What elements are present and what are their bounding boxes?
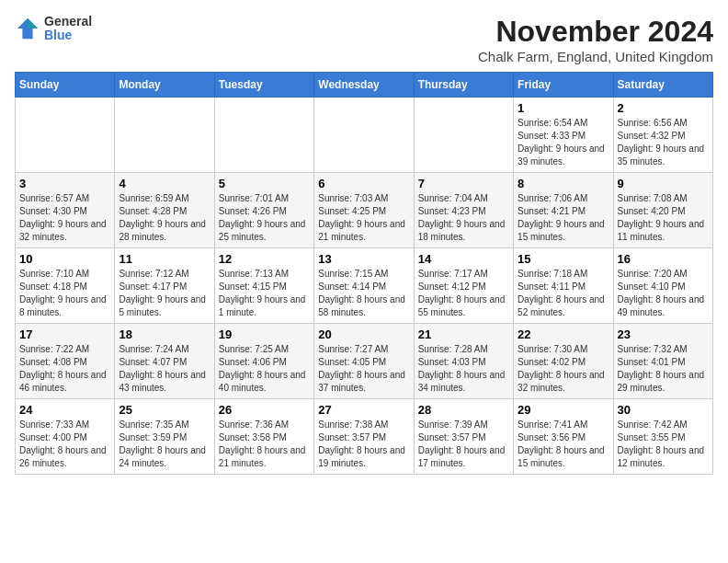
day-info: Sunrise: 7:39 AM Sunset: 3:57 PM Dayligh… [418,419,509,470]
calendar-week-2: 3Sunrise: 6:57 AM Sunset: 4:30 PM Daylig… [16,173,713,248]
day-info: Sunrise: 7:27 AM Sunset: 4:05 PM Dayligh… [318,343,409,395]
day-info: Sunrise: 7:42 AM Sunset: 3:55 PM Dayligh… [618,419,709,470]
day-number: 2 [618,101,709,115]
day-number: 8 [518,177,609,190]
day-number: 21 [418,327,509,341]
day-number: 13 [318,252,409,266]
calendar-cell: 19Sunrise: 7:25 AM Sunset: 4:06 PM Dayli… [214,324,313,399]
calendar-cell: 27Sunrise: 7:38 AM Sunset: 3:57 PM Dayli… [314,399,414,475]
day-number: 6 [318,177,409,190]
calendar-cell: 25Sunrise: 7:35 AM Sunset: 3:59 PM Dayli… [115,399,214,475]
calendar-week-3: 10Sunrise: 7:10 AM Sunset: 4:18 PM Dayli… [16,248,713,324]
day-header-wednesday: Wednesday [314,73,414,98]
calendar-cell: 16Sunrise: 7:20 AM Sunset: 4:10 PM Dayli… [613,248,712,324]
logo-icon [15,16,40,41]
day-number: 7 [418,177,509,190]
calendar-cell: 29Sunrise: 7:41 AM Sunset: 3:56 PM Dayli… [514,399,613,475]
day-info: Sunrise: 7:10 AM Sunset: 4:18 PM Dayligh… [19,268,110,319]
day-info: Sunrise: 6:54 AM Sunset: 4:33 PM Dayligh… [518,117,609,168]
calendar-cell: 24Sunrise: 7:33 AM Sunset: 4:00 PM Dayli… [16,399,115,475]
calendar-table: SundayMondayTuesdayWednesdayThursdayFrid… [15,72,713,475]
svg-marker-1 [28,18,38,29]
day-number: 11 [119,252,210,266]
day-number: 15 [518,252,609,266]
calendar-cell [414,98,513,173]
calendar-cell: 15Sunrise: 7:18 AM Sunset: 4:11 PM Dayli… [514,248,613,324]
day-number: 28 [418,403,509,417]
day-info: Sunrise: 7:04 AM Sunset: 4:23 PM Dayligh… [418,192,509,244]
calendar-week-4: 17Sunrise: 7:22 AM Sunset: 4:08 PM Dayli… [16,324,713,399]
day-number: 17 [19,327,110,341]
day-number: 5 [219,177,310,190]
calendar-cell: 5Sunrise: 7:01 AM Sunset: 4:26 PM Daylig… [214,173,313,248]
calendar-week-5: 24Sunrise: 7:33 AM Sunset: 4:00 PM Dayli… [16,399,713,475]
calendar-cell [214,98,313,173]
calendar-cell: 11Sunrise: 7:12 AM Sunset: 4:17 PM Dayli… [115,248,214,324]
calendar-cell: 6Sunrise: 7:03 AM Sunset: 4:25 PM Daylig… [314,173,414,248]
day-header-saturday: Saturday [613,73,712,98]
calendar-cell: 17Sunrise: 7:22 AM Sunset: 4:08 PM Dayli… [16,324,115,399]
calendar-cell [314,98,414,173]
day-number: 1 [518,101,609,115]
day-info: Sunrise: 7:15 AM Sunset: 4:14 PM Dayligh… [318,268,409,319]
calendar-cell: 12Sunrise: 7:13 AM Sunset: 4:15 PM Dayli… [214,248,313,324]
day-info: Sunrise: 7:17 AM Sunset: 4:12 PM Dayligh… [418,268,509,319]
day-number: 4 [119,177,210,190]
day-info: Sunrise: 7:32 AM Sunset: 4:01 PM Dayligh… [618,343,709,395]
day-number: 20 [318,327,409,341]
day-number: 26 [219,403,310,417]
day-info: Sunrise: 7:03 AM Sunset: 4:25 PM Dayligh… [318,192,409,244]
calendar-cell [115,98,214,173]
title-area: November 2024 Chalk Farm, England, Unite… [478,15,713,64]
calendar-cell: 2Sunrise: 6:56 AM Sunset: 4:32 PM Daylig… [613,98,712,173]
calendar-cell: 26Sunrise: 7:36 AM Sunset: 3:58 PM Dayli… [214,399,313,475]
day-number: 18 [119,327,210,341]
location-subtitle: Chalk Farm, England, United Kingdom [478,49,713,64]
day-number: 12 [219,252,310,266]
calendar-cell: 28Sunrise: 7:39 AM Sunset: 3:57 PM Dayli… [414,399,513,475]
logo-general-text: General [44,15,92,29]
calendar-cell: 18Sunrise: 7:24 AM Sunset: 4:07 PM Dayli… [115,324,214,399]
day-info: Sunrise: 7:06 AM Sunset: 4:21 PM Dayligh… [518,192,609,244]
calendar-cell: 7Sunrise: 7:04 AM Sunset: 4:23 PM Daylig… [414,173,513,248]
day-info: Sunrise: 7:25 AM Sunset: 4:06 PM Dayligh… [219,343,310,395]
day-number: 19 [219,327,310,341]
calendar-cell [16,98,115,173]
calendar-cell: 20Sunrise: 7:27 AM Sunset: 4:05 PM Dayli… [314,324,414,399]
day-number: 16 [618,252,709,266]
day-number: 22 [518,327,609,341]
calendar-cell: 3Sunrise: 6:57 AM Sunset: 4:30 PM Daylig… [16,173,115,248]
day-info: Sunrise: 6:56 AM Sunset: 4:32 PM Dayligh… [618,117,709,168]
day-info: Sunrise: 7:08 AM Sunset: 4:20 PM Dayligh… [618,192,709,244]
calendar-cell: 10Sunrise: 7:10 AM Sunset: 4:18 PM Dayli… [16,248,115,324]
calendar-cell: 22Sunrise: 7:30 AM Sunset: 4:02 PM Dayli… [514,324,613,399]
day-info: Sunrise: 7:24 AM Sunset: 4:07 PM Dayligh… [119,343,210,395]
day-number: 10 [19,252,110,266]
calendar-cell: 30Sunrise: 7:42 AM Sunset: 3:55 PM Dayli… [613,399,712,475]
calendar-cell: 4Sunrise: 6:59 AM Sunset: 4:28 PM Daylig… [115,173,214,248]
day-info: Sunrise: 7:36 AM Sunset: 3:58 PM Dayligh… [219,419,310,470]
day-info: Sunrise: 7:20 AM Sunset: 4:10 PM Dayligh… [618,268,709,319]
day-info: Sunrise: 7:38 AM Sunset: 3:57 PM Dayligh… [318,419,409,470]
day-header-sunday: Sunday [16,73,115,98]
day-info: Sunrise: 7:18 AM Sunset: 4:11 PM Dayligh… [518,268,609,319]
day-number: 14 [418,252,509,266]
logo-blue-text: Blue [44,29,92,42]
calendar-cell: 21Sunrise: 7:28 AM Sunset: 4:03 PM Dayli… [414,324,513,399]
day-info: Sunrise: 7:12 AM Sunset: 4:17 PM Dayligh… [119,268,210,319]
day-number: 25 [119,403,210,417]
calendar-cell: 9Sunrise: 7:08 AM Sunset: 4:20 PM Daylig… [613,173,712,248]
logo: General Blue [15,15,92,43]
month-title: November 2024 [478,15,713,49]
day-number: 30 [618,403,709,417]
day-info: Sunrise: 7:28 AM Sunset: 4:03 PM Dayligh… [418,343,509,395]
calendar-cell: 1Sunrise: 6:54 AM Sunset: 4:33 PM Daylig… [514,98,613,173]
day-number: 9 [618,177,709,190]
day-number: 29 [518,403,609,417]
day-info: Sunrise: 6:59 AM Sunset: 4:28 PM Dayligh… [119,192,210,244]
page-header: General Blue November 2024 Chalk Farm, E… [15,15,713,64]
day-info: Sunrise: 7:22 AM Sunset: 4:08 PM Dayligh… [19,343,110,395]
calendar-week-1: 1Sunrise: 6:54 AM Sunset: 4:33 PM Daylig… [16,98,713,173]
calendar-header-row: SundayMondayTuesdayWednesdayThursdayFrid… [16,73,713,98]
day-info: Sunrise: 6:57 AM Sunset: 4:30 PM Dayligh… [19,192,110,244]
